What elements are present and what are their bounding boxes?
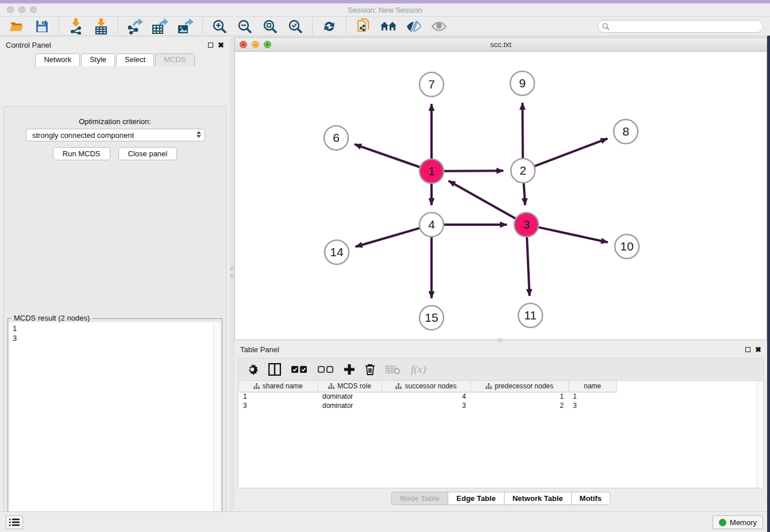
svg-text:8: 8 (622, 125, 629, 138)
edge-2-8[interactable] (535, 138, 608, 166)
clone-network-icon[interactable] (355, 18, 372, 34)
edge-3-1[interactable] (449, 181, 515, 219)
table-cell[interactable]: 1 (568, 392, 617, 401)
run-mcds-button[interactable]: Run MCDS (53, 147, 110, 160)
table-tabs: Node TableEdge TableNetwork TableMotifs (234, 492, 767, 505)
splitter-grip[interactable] (230, 274, 233, 277)
float-panel-icon[interactable] (208, 43, 213, 48)
add-column-icon[interactable] (344, 364, 355, 375)
table-row[interactable]: 3dominator323 (238, 401, 617, 410)
column-header-successor-nodes[interactable]: successor nodes (382, 381, 471, 392)
node-7[interactable]: 7 (419, 72, 444, 97)
edge-3-11[interactable] (527, 237, 530, 296)
edge-3-10[interactable] (538, 228, 607, 242)
memory-button[interactable]: Memory (713, 515, 763, 529)
edge-4-14[interactable] (356, 228, 419, 246)
toolbar-search (598, 20, 763, 33)
table-cell[interactable]: 3 (382, 401, 471, 410)
network-canvas[interactable]: 7968124314101511 (235, 52, 767, 340)
column-header-name[interactable]: name (568, 381, 617, 392)
tab-node-table[interactable]: Node Table (391, 492, 448, 505)
table-cell[interactable]: 3 (568, 401, 617, 410)
edge-1-6[interactable] (355, 144, 419, 167)
close-panel-icon[interactable]: ✖ (218, 41, 224, 49)
node-11[interactable]: 11 (518, 303, 542, 327)
node-8[interactable]: 8 (614, 119, 638, 144)
tab-motifs[interactable]: Motifs (571, 492, 610, 505)
tree-icon (395, 383, 402, 390)
column-header-MCDS-role[interactable]: MCDS role (318, 381, 382, 392)
tab-select[interactable]: Select (116, 53, 154, 66)
tab-network-table[interactable]: Network Table (504, 492, 572, 505)
node-6[interactable]: 6 (324, 126, 348, 150)
window-title: Session: New Session (0, 6, 770, 14)
desktop-edge-right (767, 36, 770, 532)
close-table-panel-icon[interactable]: ✖ (755, 346, 761, 353)
open-file-icon[interactable] (8, 18, 25, 34)
table-cell[interactable]: 1 (238, 392, 318, 401)
hide-details-icon[interactable] (405, 18, 422, 34)
mcds-result-area[interactable]: 1 3 (9, 322, 221, 532)
import-table-icon[interactable] (93, 18, 110, 34)
zoom-in-icon[interactable] (211, 18, 228, 34)
control-panel-tabs: NetworkStyleSelectMCDS (0, 53, 230, 66)
node-14[interactable]: 14 (325, 240, 349, 264)
network-graph[interactable]: 7968124314101511 (235, 52, 767, 340)
zoom-selected-icon[interactable] (287, 18, 304, 34)
node-3[interactable]: 3 (514, 213, 538, 237)
edge-1-2[interactable] (444, 171, 503, 171)
export-network-icon[interactable] (126, 18, 144, 34)
select-all-icon[interactable] (291, 365, 307, 373)
refresh-icon[interactable] (321, 18, 338, 34)
tab-mcds[interactable]: MCDS (155, 53, 194, 66)
node-4[interactable]: 4 (419, 213, 444, 237)
export-table-icon[interactable] (152, 18, 169, 34)
node-1[interactable]: 1 (419, 159, 444, 183)
node-9[interactable]: 9 (510, 71, 534, 95)
task-history-button[interactable] (6, 515, 23, 529)
tab-network[interactable]: Network (35, 53, 80, 66)
splitter-grip[interactable] (230, 267, 233, 270)
list-icon (9, 518, 20, 526)
edge-2-9[interactable] (522, 103, 523, 158)
table-cell[interactable]: dominator (318, 392, 382, 401)
table-row[interactable]: 1dominator411 (238, 392, 617, 401)
tab-style[interactable]: Style (81, 53, 115, 66)
float-table-panel-icon[interactable] (745, 347, 750, 352)
node-15[interactable]: 15 (419, 306, 444, 330)
edge-2-3[interactable] (523, 183, 525, 205)
criterion-select[interactable]: strongly connected component (26, 129, 205, 141)
table-cell[interactable]: 3 (238, 401, 318, 410)
node-2[interactable]: 2 (511, 159, 535, 183)
houses-icon[interactable] (380, 18, 397, 34)
svg-text:4: 4 (428, 218, 435, 231)
node-10[interactable]: 10 (615, 234, 639, 259)
deselect-all-icon[interactable] (318, 365, 334, 373)
export-image-icon[interactable] (177, 18, 194, 34)
vertical-splitter[interactable] (230, 37, 234, 510)
gear-icon[interactable] (247, 364, 258, 375)
import-network-icon[interactable] (67, 18, 84, 34)
save-session-icon[interactable] (33, 18, 51, 34)
result-scrollbar[interactable] (213, 322, 221, 532)
table-panel-header: Table Panel ✖ (234, 342, 767, 357)
zoom-out-icon[interactable] (236, 18, 253, 34)
tab-edge-table[interactable]: Edge Table (448, 492, 504, 505)
table-cell[interactable]: 1 (471, 392, 568, 401)
show-details-icon (430, 18, 448, 34)
column-header-shared-name[interactable]: shared name (238, 381, 318, 392)
table-cell[interactable]: 2 (471, 401, 568, 410)
column-header-predecessor-nodes[interactable]: predecessor nodes (471, 381, 568, 392)
table-scrollbar[interactable] (756, 381, 763, 488)
search-input[interactable] (598, 20, 763, 33)
function-builder-icon: f(x) (411, 363, 426, 376)
node-table[interactable]: shared nameMCDS rolesuccessor nodesprede… (238, 381, 764, 488)
delete-column-icon[interactable] (365, 364, 375, 375)
split-pane-icon[interactable] (268, 363, 281, 376)
network-window-titlebar[interactable]: × − + scc.txt (235, 38, 767, 52)
close-panel-button[interactable]: Close panel (118, 147, 178, 160)
zoom-fit-icon[interactable] (261, 18, 279, 34)
table-cell[interactable]: dominator (318, 401, 382, 410)
table-cell[interactable]: 4 (382, 392, 471, 401)
main-toolbar (0, 17, 770, 36)
